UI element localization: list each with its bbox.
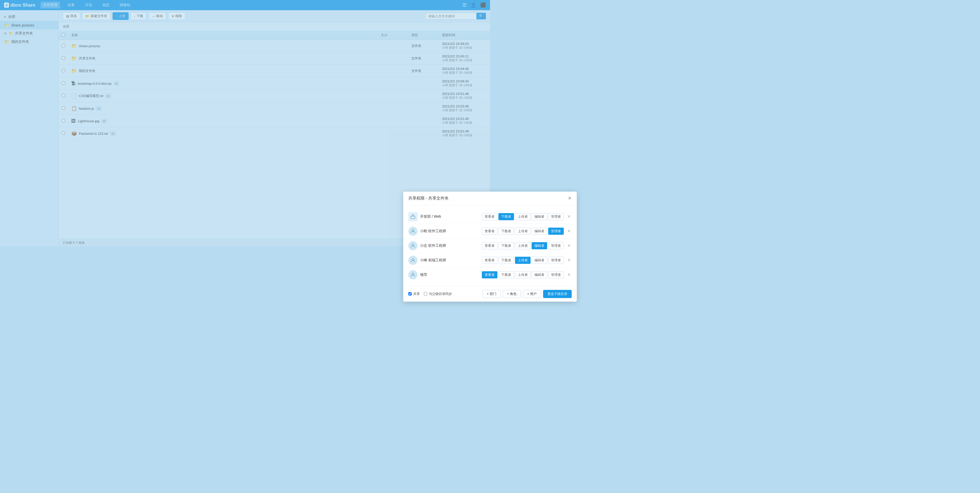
perm-role-btn[interactable]: 查看者 — [482, 242, 490, 247]
permission-row: 小刚 软件工程师 查看者下载者上传者编辑者管理者 ✕ — [408, 224, 490, 239]
perm-avatar — [408, 241, 417, 247]
svg-rect-0 — [411, 216, 415, 219]
perm-role-btn[interactable]: 查看者 — [482, 213, 490, 220]
modal-body: 开发部 / Web 查看者下载者上传者编辑者管理者 ✕ 小刚 软件工程师 查看者… — [403, 205, 490, 247]
modal-overlay: 共享权限 - 共享文件夹 ✕ 开发部 / Web 查看者下载者上传者编辑者管理者… — [0, 0, 490, 247]
perm-role-btn[interactable]: 查看者 — [482, 227, 490, 235]
perm-buttons: 查看者下载者上传者编辑者管理者 — [482, 213, 490, 220]
modal-title: 共享权限 - 共享文件夹 — [408, 196, 449, 201]
svg-rect-1 — [412, 215, 414, 216]
perm-buttons: 查看者下载者上传者编辑者管理者 — [482, 242, 490, 247]
permission-row: 开发部 / Web 查看者下载者上传者编辑者管理者 ✕ — [408, 210, 490, 224]
svg-point-4 — [412, 244, 414, 246]
perm-buttons: 查看者下载者上传者编辑者管理者 — [482, 227, 490, 235]
perm-name: 小刚 软件工程师 — [420, 229, 479, 234]
perm-name: 小志 软件工程师 — [420, 243, 479, 247]
perm-avatar — [408, 227, 417, 236]
svg-point-3 — [412, 229, 414, 231]
perm-avatar — [408, 212, 417, 221]
modal-header: 共享权限 - 共享文件夹 ✕ — [403, 192, 490, 205]
permission-row: 小志 软件工程师 查看者下载者上传者编辑者管理者 ✕ — [408, 239, 490, 247]
perm-name: 开发部 / Web — [420, 214, 479, 219]
permissions-modal: 共享权限 - 共享文件夹 ✕ 开发部 / Web 查看者下载者上传者编辑者管理者… — [403, 192, 490, 247]
